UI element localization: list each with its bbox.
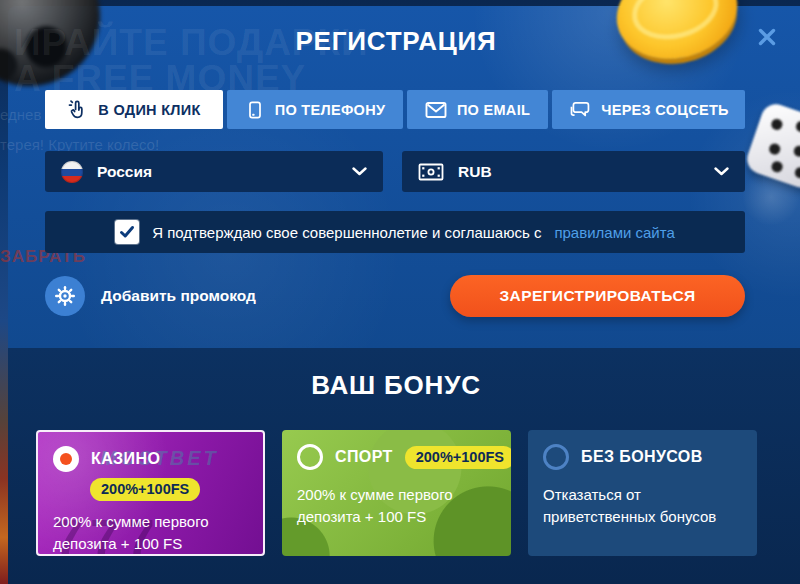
tab-one-click[interactable]: В ОДИН КЛИК [45, 90, 223, 129]
radio-unselected-icon[interactable] [297, 444, 323, 470]
country-select[interactable]: Россия [45, 151, 383, 192]
tab-label: ПО ТЕЛЕФОНУ [275, 102, 386, 118]
page: ИРАЙТЕ ПОДАРКИ A FREE MONEY еднев терея!… [0, 0, 800, 584]
radio-selected-icon[interactable] [53, 446, 79, 472]
promocode-gear-icon [45, 276, 85, 316]
currency-select[interactable]: RUB [402, 151, 745, 192]
tab-label: ПО EMAIL [457, 102, 530, 118]
chevron-down-icon [352, 167, 367, 176]
bonus-cards: MOSTBET 777 КАЗИНО 200%+100FS 200% к сум… [36, 430, 758, 556]
bonus-card-title: СПОРТ [335, 448, 393, 466]
checkmark-icon [119, 225, 135, 239]
bonus-card-description: 200% к сумме первого депозита + 100 FS [53, 511, 248, 555]
radio-unselected-icon[interactable] [543, 444, 569, 470]
bonus-card-title: БЕЗ БОНУСОВ [581, 448, 703, 466]
currency-select-value: RUB [458, 163, 492, 181]
bonus-card-description: Отказаться от приветственных бонусов [543, 484, 742, 528]
chat-icon [568, 100, 591, 120]
promocode-label: Добавить промокод [101, 287, 256, 305]
page-title: РЕГИСТРАЦИЯ [0, 26, 792, 57]
add-promocode-button[interactable]: Добавить промокод [45, 276, 256, 316]
chevron-down-icon [714, 167, 729, 176]
agreement-text: Я подтверждаю свое совершеннолетие и сог… [152, 224, 541, 241]
bonus-card-casino[interactable]: MOSTBET 777 КАЗИНО 200%+100FS 200% к сум… [36, 430, 265, 556]
bonus-badge: 200%+100FS [90, 478, 200, 501]
tab-label: В ОДИН КЛИК [98, 102, 200, 118]
tab-via-social[interactable]: ЧЕРЕЗ СОЦСЕТЬ [552, 90, 745, 129]
select-row: Россия RUB [45, 151, 745, 192]
agreement-bar: Я подтверждаю свое совершеннолетие и сог… [45, 211, 745, 253]
bonus-card-sport[interactable]: СПОРТ 200%+100FS 200% к сумме первого де… [282, 430, 511, 556]
registration-method-tabs: В ОДИН КЛИК ПО ТЕЛЕФОНУ ПО EMAIL [45, 90, 745, 129]
bonus-card-title: КАЗИНО [91, 450, 160, 468]
close-icon [758, 28, 776, 46]
bonus-badge: 200%+100FS [405, 446, 511, 469]
tab-by-email[interactable]: ПО EMAIL [407, 90, 548, 129]
bonus-card-description: 200% к сумме первого депозита + 100 FS [297, 484, 496, 528]
close-button[interactable] [752, 22, 782, 52]
banknote-icon [418, 162, 444, 182]
country-select-value: Россия [97, 163, 152, 181]
site-rules-link[interactable]: правилами сайта [554, 224, 674, 241]
register-button[interactable]: ЗАРЕГИСТРИРОВАТЬСЯ [450, 275, 745, 317]
russia-flag-icon [61, 161, 83, 183]
bonus-heading: ВАШ БОНУС [0, 370, 792, 401]
actions-row: Добавить промокод ЗАРЕГИСТРИРОВАТЬСЯ [45, 275, 745, 317]
tab-label: ЧЕРЕЗ СОЦСЕТЬ [601, 102, 729, 118]
tab-by-phone[interactable]: ПО ТЕЛЕФОНУ [227, 90, 403, 129]
hand-click-icon [67, 99, 88, 120]
age-confirm-checkbox[interactable] [115, 220, 139, 244]
email-icon [425, 101, 447, 119]
phone-icon [245, 100, 265, 120]
bonus-card-no-bonus[interactable]: БЕЗ БОНУСОВ Отказаться от приветственных… [528, 430, 757, 556]
